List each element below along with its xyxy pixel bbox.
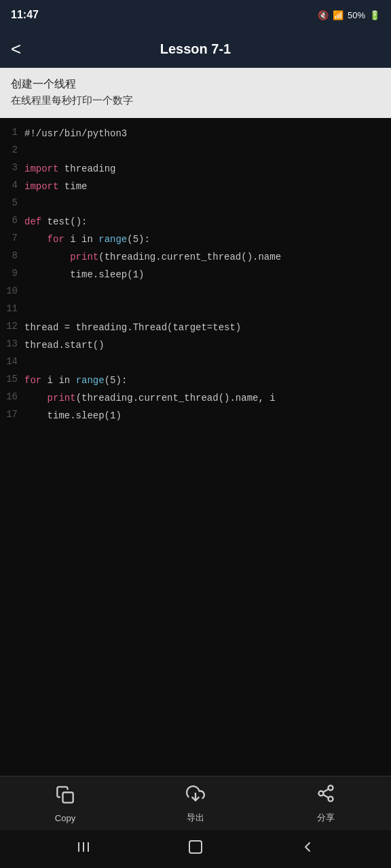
line-number: 13 (0, 338, 24, 349)
line-content: print(threading.current_thread().name (24, 250, 281, 265)
code-line-13: 13 thread.start() (0, 338, 391, 355)
code-line-9: 9 time.sleep(1) (0, 267, 391, 285)
lesson-title: 创建一个线程 (11, 77, 380, 92)
line-content: thread.start() (24, 338, 105, 353)
battery-label: 50% (348, 10, 365, 20)
line-number: 1 (0, 127, 24, 138)
back-button[interactable]: < (11, 39, 35, 60)
line-number: 17 (0, 409, 24, 420)
status-icons: 🔇 📶 50% 🔋 (318, 10, 380, 20)
wifi-icon: 📶 (333, 10, 343, 20)
nav-bar (0, 830, 391, 868)
code-line-11: 11 (0, 302, 391, 320)
line-number: 7 (0, 233, 24, 243)
copy-icon (56, 785, 75, 809)
code-line-16: 16 print(threading.current_thread().name… (0, 391, 391, 408)
battery-icon: 🔋 (369, 10, 380, 20)
line-number: 9 (0, 268, 24, 279)
line-content: print(threading.current_thread().name, i (24, 391, 276, 406)
header: < Lesson 7-1 (0, 30, 391, 68)
code-line-17: 17 time.sleep(1) (0, 408, 391, 426)
copy-button[interactable]: Copy (38, 785, 92, 823)
status-bar: 11:47 🔇 📶 50% 🔋 (0, 0, 391, 30)
export-label: 导出 (187, 812, 204, 824)
code-line-4: 4 import time (0, 179, 391, 197)
line-number: 10 (0, 285, 24, 296)
line-number: 3 (0, 162, 24, 173)
code-line-10: 10 (0, 285, 391, 302)
code-line-5: 5 (0, 197, 391, 214)
line-content: import threading (24, 162, 115, 177)
code-line-8: 8 print(threading.current_thread().name (0, 250, 391, 267)
status-time: 11:47 (11, 9, 39, 21)
line-number: 12 (0, 321, 24, 332)
line-number: 8 (0, 250, 24, 261)
code-line-2: 2 (0, 144, 391, 161)
line-number: 5 (0, 197, 24, 208)
export-button[interactable]: 导出 (168, 784, 223, 824)
svg-line-6 (323, 789, 329, 793)
share-icon (316, 784, 335, 808)
line-content: thread = threading.Thread(target=test) (24, 321, 241, 336)
share-button[interactable]: 分享 (299, 784, 353, 824)
line-content: for i in range(5): (24, 374, 127, 389)
line-content: #!/usr/bin/python3 (24, 127, 127, 142)
line-content: time.sleep(1) (24, 268, 144, 283)
code-line-6: 6 def test(): (0, 214, 391, 232)
bottom-toolbar: Copy 导出 分享 (0, 776, 391, 830)
line-number: 14 (0, 356, 24, 367)
code-line-15: 15 for i in range(5): (0, 373, 391, 391)
line-number: 4 (0, 180, 24, 191)
line-number: 11 (0, 303, 24, 314)
line-number: 16 (0, 391, 24, 402)
mute-icon: 🔇 (318, 10, 329, 20)
line-number: 2 (0, 144, 24, 155)
lesson-description: 创建一个线程 在线程里每秒打印一个数字 (0, 68, 391, 118)
code-line-3: 3 import threading (0, 161, 391, 179)
code-line-7: 7 for i in range(5): (0, 232, 391, 250)
line-content: time.sleep(1) (24, 409, 122, 424)
line-content: for i in range(5): (24, 233, 150, 248)
code-line-12: 12 thread = threading.Thread(target=test… (0, 320, 391, 338)
copy-label: Copy (55, 813, 75, 823)
share-label: 分享 (317, 812, 335, 824)
line-content: import time (24, 180, 87, 195)
page-title: Lesson 7-1 (35, 41, 356, 57)
code-line-14: 14 (0, 355, 391, 373)
nav-recent-button[interactable] (70, 833, 97, 865)
svg-rect-10 (189, 841, 202, 853)
code-line-1: 1 #!/usr/bin/python3 (0, 126, 391, 144)
line-number: 15 (0, 374, 24, 384)
lesson-subtitle: 在线程里每秒打印一个数字 (11, 94, 380, 107)
nav-home-button[interactable] (182, 833, 209, 865)
nav-back-button[interactable] (294, 833, 321, 865)
svg-rect-0 (63, 792, 73, 802)
export-icon (186, 784, 205, 808)
line-number: 6 (0, 215, 24, 226)
code-editor: 1 #!/usr/bin/python3 2 3 import threadin… (0, 118, 391, 776)
line-content: def test(): (24, 215, 87, 230)
svg-line-5 (323, 795, 329, 798)
